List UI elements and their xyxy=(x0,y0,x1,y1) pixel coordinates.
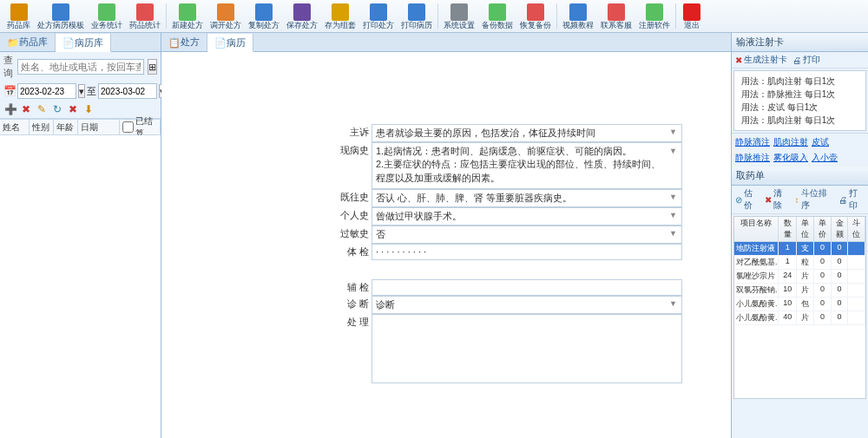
allergy-field[interactable]: 否▼ xyxy=(372,226,682,244)
sort-button[interactable]: ↕斗位排序 xyxy=(795,187,833,212)
toolbar-restore[interactable]: 恢复备份 xyxy=(516,1,555,31)
personal-field[interactable]: 曾做过甲状腺手术。▼ xyxy=(372,207,682,226)
toolbar-recall-rx[interactable]: 调开处方 xyxy=(207,1,245,31)
price-button[interactable]: ⊘估价 xyxy=(735,187,760,212)
aux-field[interactable] xyxy=(372,279,682,296)
med-row[interactable]: 小儿氨酚黄...40片00 xyxy=(734,311,865,325)
date-from[interactable] xyxy=(17,83,76,99)
toolbar-print-rx[interactable]: 打印处方 xyxy=(359,1,398,31)
injection-links: 静脉滴注肌肉注射皮试静脉推注雾化吸入入小壶 xyxy=(732,133,868,167)
injection-card-title: 输液注射卡 xyxy=(732,33,868,52)
toolbar-biz-stat[interactable]: 业务统计 xyxy=(88,1,126,31)
present-label: 现病史 xyxy=(335,142,372,189)
toolbar-save-rx[interactable]: 保存处方 xyxy=(283,1,321,31)
toolbar-template[interactable]: 处方病历模板 xyxy=(34,1,88,31)
past-field[interactable]: 否认 心、肝、肺、脾、肾 等重要脏器疾病史。▼ xyxy=(372,189,682,207)
toolbar-print-hist[interactable]: 打印病历 xyxy=(398,1,436,31)
toolbar-drug-lib[interactable]: 药品库 xyxy=(3,1,34,31)
tab-drug-lib[interactable]: 📁药品库 xyxy=(0,33,56,51)
chevron-down-icon[interactable]: ▼ xyxy=(668,210,678,220)
toolbar-sys-set[interactable]: 系统设置 xyxy=(440,1,478,31)
allergy-label: 过敏史 xyxy=(335,226,372,244)
chief-field[interactable]: 患者就诊最主要的原因，包括发治，体征及持续时间▼ xyxy=(372,124,682,142)
col-name: 姓名 xyxy=(0,120,30,134)
add-icon[interactable]: ➕ xyxy=(3,102,17,116)
date-from-picker[interactable]: ▾ xyxy=(78,84,85,98)
med-row[interactable]: 双氯芬酸钠...10片00 xyxy=(734,284,865,297)
toolbar-contact[interactable]: 联系客服 xyxy=(597,1,635,31)
injection-link[interactable]: 静脉滴注 xyxy=(735,136,770,148)
col-age: 年龄 xyxy=(54,120,78,134)
refresh-icon[interactable]: ↻ xyxy=(50,102,64,116)
left-tabs: 📁药品库 📄病历库 xyxy=(0,33,161,52)
main-toolbar[interactable]: 药品库处方病历模板业务统计药品统计新建处方调开处方复制处方保存处方存为组套打印处… xyxy=(0,0,868,33)
settled-checkbox[interactable] xyxy=(122,121,134,133)
print-med-button[interactable]: 🖨打印 xyxy=(838,187,865,212)
col-unit: 单位 xyxy=(797,217,814,241)
toolbar-new-rx[interactable]: 新建处方 xyxy=(168,1,207,31)
chevron-down-icon[interactable]: ▼ xyxy=(668,127,678,137)
med-row[interactable]: 氯唑沙宗片24片00 xyxy=(734,270,865,284)
past-label: 既往史 xyxy=(335,189,372,207)
print-card-button[interactable]: 🖨打印 xyxy=(792,54,820,66)
injection-content: 用法：肌肉注射 每日1次用法：静脉推注 每日1次用法：皮试 每日1次用法：肌肉注… xyxy=(733,70,866,131)
export-icon[interactable]: ⬇ xyxy=(82,102,95,116)
toolbar-backup[interactable]: 备份数据 xyxy=(478,1,516,31)
edit-icon[interactable]: ✎ xyxy=(35,102,49,116)
exam-label: 体 检 xyxy=(335,244,372,260)
date-to[interactable] xyxy=(98,83,157,99)
personal-label: 个人史 xyxy=(335,207,372,226)
col-sex: 性别 xyxy=(30,120,54,134)
med-body[interactable]: 地防注射液1支00对乙酰氨基...1粒00氯唑沙宗片24片00双氯芬酸钠...1… xyxy=(734,242,865,398)
toolbar-drug-stat[interactable]: 药品统计 xyxy=(126,1,164,31)
diag-field[interactable]: 诊断▼ xyxy=(372,296,682,314)
patient-list[interactable] xyxy=(0,135,161,438)
treat-label: 处 理 xyxy=(335,314,372,383)
chevron-down-icon[interactable]: ▼ xyxy=(668,192,678,202)
tab-medical-record[interactable]: 📄病历 xyxy=(207,34,253,52)
medical-form: 主诉患者就诊最主要的原因，包括发治，体征及持续时间▼ 现病史1.起病情况：患者时… xyxy=(335,124,682,383)
med-row[interactable]: 对乙酰氨基...1粒00 xyxy=(734,256,865,270)
toolbar-copy-rx[interactable]: 复制处方 xyxy=(245,1,283,31)
aux-label: 辅 检 xyxy=(335,279,372,296)
exam-field[interactable]: · · · · · · · · · · xyxy=(372,244,682,260)
chevron-down-icon[interactable]: ▼ xyxy=(668,228,678,239)
toolbar-video[interactable]: 视频教程 xyxy=(559,1,597,31)
injection-line: 用法：皮试 每日1次 xyxy=(741,101,858,114)
diag-label: 诊 断 xyxy=(335,296,372,314)
col-qty: 数量 xyxy=(779,217,798,241)
tab-prescription[interactable]: 📋处方 xyxy=(161,33,207,51)
injection-link[interactable]: 入小壶 xyxy=(812,152,838,164)
gen-card-button[interactable]: ✖生成注射卡 xyxy=(735,54,787,66)
center-tabs: 📋处方 📄病历 xyxy=(161,33,731,52)
injection-link[interactable]: 静脉推注 xyxy=(735,152,770,164)
toolbar-save-group[interactable]: 存为组套 xyxy=(321,1,359,31)
right-panel: 输液注射卡 ✖生成注射卡 🖨打印 用法：肌肉注射 每日1次用法：静脉推注 每日1… xyxy=(731,33,868,438)
col-settled: 已结算 xyxy=(120,120,161,134)
clear-button[interactable]: ✖清除 xyxy=(765,187,789,212)
col-pos: 斗位 xyxy=(848,217,865,241)
chevron-down-icon[interactable]: ▼ xyxy=(668,145,678,158)
injection-link[interactable]: 雾化吸入 xyxy=(773,152,808,164)
tab-history-lib[interactable]: 📄病历库 xyxy=(56,34,111,52)
chevron-down-icon[interactable]: ▼ xyxy=(668,298,678,309)
med-row[interactable]: 小儿氨酚黄...10包00 xyxy=(734,297,865,311)
treat-field[interactable] xyxy=(372,314,682,383)
toolbar-register[interactable]: 注册软件 xyxy=(635,1,674,31)
injection-link[interactable]: 皮试 xyxy=(812,136,829,148)
med-table: 项目名称 数量 单位 单价 金额 斗位 地防注射液1支00对乙酰氨基...1粒0… xyxy=(733,216,866,399)
prev-icon[interactable]: ✖ xyxy=(66,102,80,116)
toolbar-exit[interactable]: 退出 xyxy=(678,1,706,31)
search-button[interactable]: ⊞ xyxy=(148,59,157,75)
col-date: 日期 xyxy=(78,120,120,134)
delete-icon[interactable]: ✖ xyxy=(19,102,33,116)
med-row[interactable]: 地防注射液1支00 xyxy=(734,242,865,256)
search-input[interactable] xyxy=(17,59,144,75)
injection-line: 用法：肌肉注射 每日1次 xyxy=(741,114,858,127)
injection-line: 用法：静脉推注 每日1次 xyxy=(741,88,858,101)
present-field[interactable]: 1.起病情况：患者时间、起病缓急、前驱症状、可能的病因。 2.主要症状的特点：应… xyxy=(372,142,682,189)
center-panel: 📋处方 📄病历 主诉患者就诊最主要的原因，包括发治，体征及持续时间▼ 现病史1.… xyxy=(161,33,731,438)
search-label: 查询 xyxy=(3,54,14,80)
col-amt: 金额 xyxy=(832,217,849,241)
injection-link[interactable]: 肌肉注射 xyxy=(773,136,808,148)
